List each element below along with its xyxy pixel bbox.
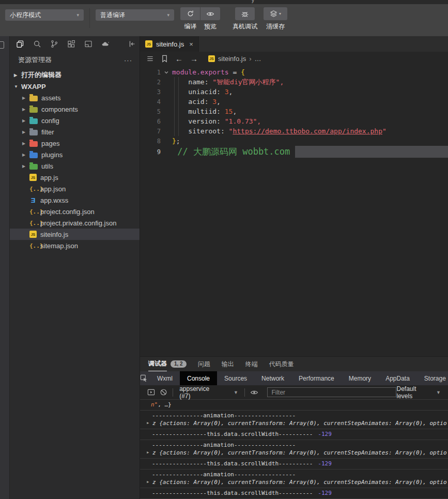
- expand-icon: ▶: [147, 449, 152, 457]
- devtools-tab-memory[interactable]: Memory: [342, 371, 378, 385]
- code-token: }: [172, 137, 176, 145]
- tree-item-project-config-json[interactable]: {..}project.config.json: [10, 206, 140, 217]
- devtools-tab-appdata[interactable]: AppData: [378, 371, 417, 385]
- console-output[interactable]: n", …}---------------animation----------…: [140, 400, 448, 499]
- panel-tab-调试器[interactable]: 调试器1, 2: [148, 357, 187, 371]
- tab-siteinfo-js[interactable]: JS siteinfo.js ×: [140, 36, 199, 52]
- devtools-tabs-container: WxmlConsoleSourcesNetworkPerformanceMemo…: [150, 371, 448, 385]
- console-object-line[interactable]: ▶z {actions: Array(0), currentTransform:…: [147, 449, 448, 457]
- tree-item-assets[interactable]: ▶assets: [10, 92, 140, 103]
- panel-tab-代码质量[interactable]: 代码质量: [269, 357, 294, 371]
- console-object-preview: z {actions: Array(0), currentTransform: …: [152, 449, 447, 457]
- back-arrow-icon[interactable]: ←: [175, 54, 183, 63]
- tree-item-siteinfo-js[interactable]: JSsiteinfo.js: [10, 229, 140, 240]
- tree-item-filter[interactable]: ▶filter: [10, 126, 140, 138]
- tree-item--[interactable]: ▶打开的编辑器: [10, 69, 140, 81]
- tree-arrow-icon: ▼: [14, 84, 21, 89]
- search-icon[interactable]: [33, 40, 41, 48]
- drawer-icon[interactable]: [145, 388, 158, 396]
- console-object-preview: z {actions: Array(0), currentTransform: …: [152, 419, 447, 427]
- more-actions-icon[interactable]: ···: [124, 56, 132, 64]
- simulator-icon[interactable]: [84, 40, 92, 48]
- divider: [173, 388, 173, 397]
- titlebar-fragment: y: [252, 0, 254, 3]
- code-editor[interactable]: 1module.exports = {2 name: "智能diy官网小程序",…: [140, 65, 448, 356]
- extensions-icon[interactable]: [67, 40, 75, 48]
- device-debug-button[interactable]: [235, 7, 255, 20]
- mode-dropdown[interactable]: 小程序模式 ▾: [5, 9, 84, 21]
- code-lines: 1module.exports = {2 name: "智能diy官网小程序",…: [140, 67, 448, 158]
- code-line[interactable]: 1module.exports = {: [140, 67, 448, 77]
- console-log-line: ---------------animation----------------…: [147, 441, 448, 449]
- console-object-line[interactable]: ▶z {actions: Array(0), currentTransform:…: [147, 478, 448, 486]
- console-log-value: -129: [318, 460, 332, 467]
- devtools-tab-network[interactable]: Network: [254, 371, 291, 385]
- folder-icon: [29, 130, 38, 135]
- forward-arrow-icon[interactable]: →: [190, 54, 198, 63]
- tree-item-label: sitemap.json: [40, 242, 78, 250]
- inspect-element-icon[interactable]: [140, 371, 148, 385]
- folder-icon: [29, 118, 38, 124]
- code-token: ,: [217, 98, 221, 105]
- code-line[interactable]: 9 // 大鹏源码网 wobbt.com: [140, 146, 448, 158]
- tree-item-pages[interactable]: ▶pages: [10, 138, 140, 149]
- outline-list-icon[interactable]: [146, 55, 154, 63]
- panel-tab-终端[interactable]: 终端: [245, 357, 258, 371]
- code-line[interactable]: 7 siteroot: "https://demo.ttbobo.com/app…: [140, 126, 448, 136]
- source-control-icon[interactable]: [50, 40, 58, 48]
- clear-cache-button[interactable]: ▾: [264, 7, 287, 20]
- code-token: ;: [176, 137, 180, 145]
- code-line[interactable]: 8};: [140, 136, 448, 146]
- console-object-line[interactable]: ▶z {actions: Array(0), currentTransform:…: [147, 419, 448, 427]
- code-line[interactable]: 6 version: "1.0.73",: [140, 116, 448, 126]
- breadcrumb[interactable]: JS siteinfo.js › …: [208, 55, 261, 63]
- tree-item-project-private-config-json[interactable]: {..}project.private.config.json: [10, 217, 140, 229]
- panel-tabbar: 调试器1, 2问题输出终端代码质量: [140, 357, 448, 371]
- devtools-tab-console[interactable]: Console: [180, 371, 217, 385]
- breadcrumb-more[interactable]: …: [255, 55, 261, 63]
- devtools-tab-performance[interactable]: Performance: [291, 371, 342, 385]
- console-log-value: -129: [318, 490, 332, 496]
- tree-item-app-js[interactable]: JSapp.js: [10, 172, 140, 183]
- panel-tab-问题[interactable]: 问题: [198, 357, 210, 371]
- devtools-tab-storage[interactable]: Storage: [417, 371, 448, 385]
- clear-console-icon[interactable]: [158, 388, 170, 396]
- chevron-down-icon: ▾: [76, 12, 79, 18]
- code-line[interactable]: 3 uniacid: 3,: [140, 87, 448, 97]
- tree-item-plugins[interactable]: ▶plugins: [10, 149, 140, 160]
- collapse-sidebar-icon[interactable]: [128, 40, 136, 48]
- code-token: :: [217, 88, 225, 96]
- files-icon[interactable]: [16, 40, 24, 48]
- tree-item-app-json[interactable]: {..}app.json: [10, 183, 140, 194]
- filter-input[interactable]: [267, 387, 396, 397]
- eye-icon[interactable]: [248, 388, 260, 397]
- bookmark-icon[interactable]: [161, 55, 168, 63]
- panel-tab-输出[interactable]: 输出: [222, 357, 234, 371]
- tree-item-utils[interactable]: ▶utils: [10, 160, 140, 172]
- selection-highlight: [295, 146, 448, 158]
- compile-button[interactable]: [180, 7, 200, 20]
- console-log-line: ----------------this.data.scrollWidth---…: [147, 460, 448, 467]
- cloud-icon[interactable]: [101, 40, 110, 48]
- tree-item-wxapp[interactable]: ▼WXAPP: [10, 81, 140, 92]
- tab-label: siteinfo.js: [156, 40, 184, 48]
- devtools-tab-sources[interactable]: Sources: [217, 371, 254, 385]
- log-levels-dropdown[interactable]: Default levels ▼: [396, 385, 443, 400]
- code-line[interactable]: 4 acid: 3,: [140, 97, 448, 107]
- tree-item-sitemap-json[interactable]: {..}sitemap.json: [10, 240, 140, 251]
- preview-button[interactable]: [200, 7, 220, 20]
- sidebar: 资源管理器 ··· ▶打开的编辑器▼WXAPP▶assets▶component…: [10, 36, 140, 499]
- tree-item-config[interactable]: ▶config: [10, 115, 140, 126]
- code-line[interactable]: 2 name: "智能diy官网小程序",: [140, 77, 448, 87]
- panel-tab-label: 输出: [222, 357, 234, 371]
- devtools-tab-wxml[interactable]: Wxml: [150, 371, 180, 385]
- chevron-down-icon: ▾: [167, 12, 169, 18]
- tree-item-components[interactable]: ▶components: [10, 103, 140, 115]
- execution-context-dropdown[interactable]: appservice (#7) ▼: [176, 385, 241, 400]
- code-line[interactable]: 5 multiid: 15,: [140, 107, 448, 116]
- compile-mode-dropdown-label: 普通编译: [100, 11, 125, 20]
- tree-item-app-wxss[interactable]: Ǝapp.wxss: [10, 194, 140, 206]
- explorer-header: 资源管理器 ···: [10, 52, 140, 68]
- compile-mode-dropdown[interactable]: 普通编译 ▾: [96, 9, 174, 21]
- close-icon[interactable]: ×: [189, 40, 193, 48]
